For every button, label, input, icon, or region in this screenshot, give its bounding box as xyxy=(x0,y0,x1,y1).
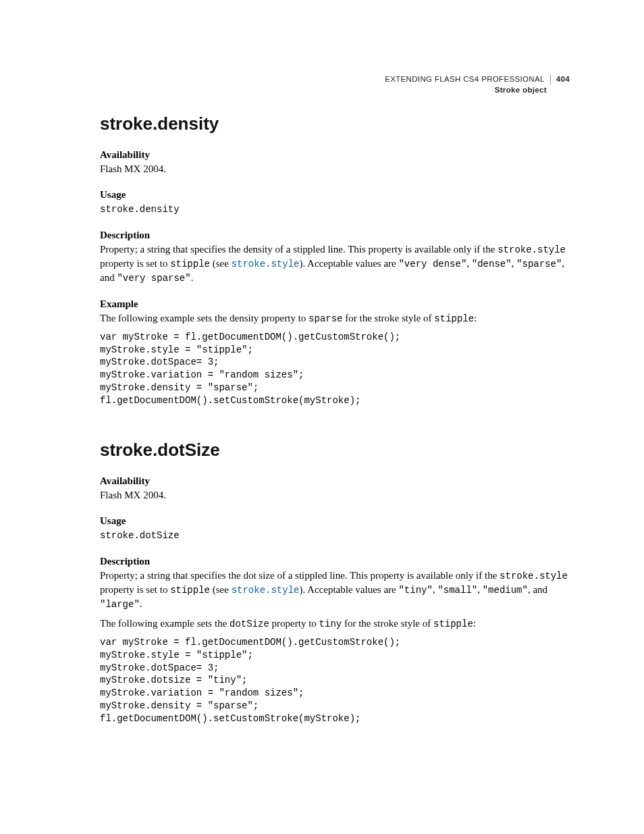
desc-text: , xyxy=(477,584,483,595)
availability-heading: Availability xyxy=(100,475,570,487)
availability-text: Flash MX 2004. xyxy=(100,488,570,502)
desc-value: "very sparse" xyxy=(117,273,190,284)
description-heading: Description xyxy=(100,230,570,241)
desc-value: "medium" xyxy=(483,585,528,596)
availability-heading: Availability xyxy=(100,149,570,161)
desc-text: property is set to xyxy=(100,584,170,595)
example-code-block: var myStroke = fl.getDocumentDOM().getCu… xyxy=(100,331,570,407)
desc-text: . xyxy=(140,598,142,609)
example-text: for the stroke style of xyxy=(343,313,435,323)
desc-text: Property; a string that specifies the de… xyxy=(100,244,498,255)
book-title: EXTENDING FLASH CS4 PROFESSIONAL xyxy=(385,74,551,85)
desc-value: "dense" xyxy=(472,259,512,269)
desc-code: stroke.style xyxy=(500,571,568,581)
running-header: EXTENDING FLASH CS4 PROFESSIONAL404 Stro… xyxy=(385,74,570,95)
desc-value: "small" xyxy=(437,585,477,596)
description-text: Property; a string that specifies the de… xyxy=(100,242,570,285)
usage-code: stroke.dotSize xyxy=(100,530,180,541)
desc-text: . xyxy=(191,272,194,283)
example-code-inline: tiny xyxy=(319,619,342,629)
desc-value: "sparse" xyxy=(516,259,562,269)
stroke-style-link[interactable]: stroke.style xyxy=(232,585,300,596)
example-text: for the stroke style of xyxy=(342,618,433,629)
page: EXTENDING FLASH CS4 PROFESSIONAL404 Stro… xyxy=(0,0,644,771)
desc-value: "large" xyxy=(100,599,140,610)
example-code-inline: sparse xyxy=(308,313,342,324)
example-text: : xyxy=(473,618,476,629)
description-heading: Description xyxy=(100,556,570,567)
desc-value: "very dense" xyxy=(398,259,466,269)
example-code-inline: stipple xyxy=(433,619,473,629)
desc-value: "tiny" xyxy=(398,585,432,596)
example-heading: Example xyxy=(100,298,570,310)
page-number: 404 xyxy=(551,75,570,83)
desc-text: ). Acceptable values are xyxy=(299,258,398,269)
chapter-label: Stroke object xyxy=(385,85,570,96)
usage-heading: Usage xyxy=(100,189,570,201)
desc-text: (see xyxy=(210,584,232,595)
desc-text: (see xyxy=(210,258,232,269)
desc-text: , xyxy=(466,258,472,269)
desc-text: ). Acceptable values are xyxy=(299,584,398,595)
description-text: Property; a string that specifies the do… xyxy=(100,569,570,611)
usage-code: stroke.density xyxy=(100,204,180,215)
usage-heading: Usage xyxy=(100,515,570,527)
example-intro: The following example sets the density p… xyxy=(100,311,570,325)
availability-text: Flash MX 2004. xyxy=(100,162,570,176)
desc-code: stipple xyxy=(170,585,210,596)
example-code-inline: stipple xyxy=(434,313,474,324)
example-text: property to xyxy=(269,618,319,629)
stroke-style-link[interactable]: stroke.style xyxy=(232,259,300,269)
example-code-block: var myStroke = fl.getDocumentDOM().getCu… xyxy=(100,636,570,725)
example-text: The following example sets the xyxy=(100,618,230,629)
example-intro: The following example sets the dotSize p… xyxy=(100,617,570,631)
desc-code: stroke.style xyxy=(498,244,566,255)
example-text: The following example sets the density p… xyxy=(100,313,308,323)
section-title-dotsize: stroke.dotSize xyxy=(100,440,570,461)
desc-text: , and xyxy=(528,584,547,595)
desc-text: Property; a string that specifies the do… xyxy=(100,570,500,581)
example-code-inline: dotSize xyxy=(230,619,269,629)
example-text: : xyxy=(474,313,477,323)
desc-text: , xyxy=(512,258,517,269)
desc-code: stipple xyxy=(170,259,210,269)
desc-text: property is set to xyxy=(100,258,170,269)
section-title-density: stroke.density xyxy=(100,113,570,134)
